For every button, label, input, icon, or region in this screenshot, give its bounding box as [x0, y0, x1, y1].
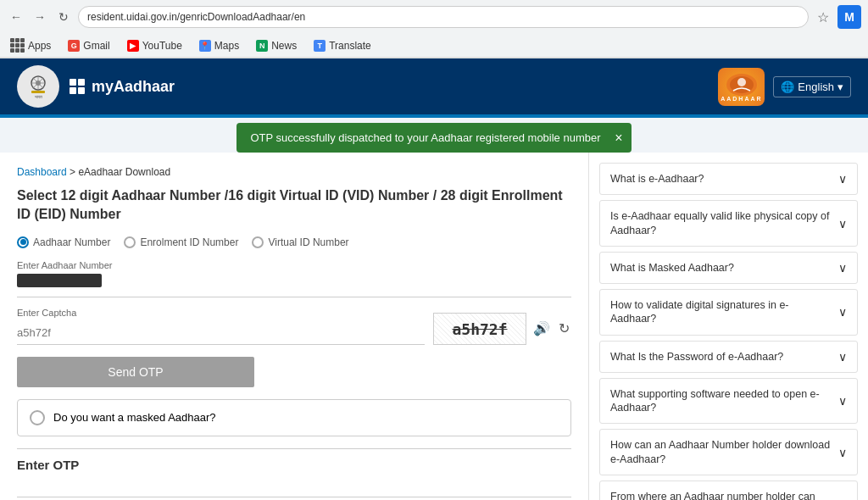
translate-label: Translate	[329, 40, 371, 52]
breadcrumb-separator: >	[70, 166, 78, 178]
faq-question-3: What is Masked Aadhaar?	[610, 261, 838, 275]
refresh-button[interactable]: ↻	[54, 8, 73, 26]
faq-question-5: What Is the Password of e-Aadhaar?	[610, 350, 838, 364]
notification-close-button[interactable]: ×	[615, 131, 622, 146]
faq-item-5[interactable]: What Is the Password of e-Aadhaar? ∨	[599, 341, 858, 373]
gmail-label: Gmail	[83, 40, 109, 52]
aadhaar-redacted-value	[17, 274, 102, 287]
faq-question-8: From where an Aadhaar number holder can …	[610, 490, 838, 500]
youtube-bookmark[interactable]: ▶ YouTube	[124, 38, 186, 53]
breadcrumb-home-link[interactable]: Dashboard	[17, 166, 67, 178]
masked-aadhaar-option[interactable]: Do you want a masked Aadhaar?	[17, 399, 571, 436]
aadhaar-field-label: Enter Aadhaar Number	[17, 260, 571, 270]
emblem-logo: भारत	[17, 65, 59, 108]
translate-favicon: T	[314, 40, 326, 52]
language-selector[interactable]: 🌐 English ▾	[773, 76, 851, 97]
faq-item-1[interactable]: What is e-Aadhaar? ∨	[599, 163, 858, 195]
aadhaar-radio-dot	[20, 239, 26, 245]
news-label: News	[271, 40, 297, 52]
notification-banner: OTP successfully dispatched to your Aadh…	[236, 123, 631, 153]
faq-chevron-3: ∨	[838, 261, 847, 275]
bookmark-button[interactable]: ☆	[814, 8, 832, 26]
translate-bookmark[interactable]: T Translate	[310, 38, 375, 53]
faq-header-7: How can an Aadhaar Number holder downloa…	[600, 430, 857, 475]
masked-aadhaar-label: Do you want a masked Aadhaar?	[53, 411, 216, 424]
logo-grid-icon	[70, 79, 85, 94]
captcha-row: Enter Captcha a5h72f 🔊 ↻	[17, 308, 571, 345]
faq-chevron-6: ∨	[838, 394, 847, 408]
captcha-display: a5h72f	[452, 320, 507, 338]
faq-header-3: What is Masked Aadhaar? ∨	[600, 253, 857, 283]
address-bar[interactable]: resident.uidai.gov.in/genricDownloadAadh…	[78, 6, 809, 28]
faq-chevron-4: ∨	[838, 305, 847, 319]
main-content: Dashboard > eAadhaar Download Select 12 …	[0, 153, 868, 500]
virtual-id-radio[interactable]: Virtual ID Number	[252, 236, 348, 248]
faq-question-7: How can an Aadhaar Number holder downloa…	[610, 438, 838, 466]
faq-list: What is e-Aadhaar? ∨ Is e-Aadhaar equall…	[599, 163, 858, 500]
faq-panel: What is e-Aadhaar? ∨ Is e-Aadhaar equall…	[588, 153, 868, 500]
notification-area: OTP successfully dispatched to your Aadh…	[0, 118, 868, 153]
maps-bookmark[interactable]: 📍 Maps	[196, 38, 242, 53]
faq-item-2[interactable]: Is e-Aadhaar equally valid like physical…	[599, 200, 858, 247]
faq-header-4: How to validate digital signatures in e-…	[600, 290, 857, 335]
aadhaar-svg	[725, 72, 759, 97]
site-name: myAadhaar	[92, 78, 175, 96]
faq-item-3[interactable]: What is Masked Aadhaar? ∨	[599, 252, 858, 284]
captcha-image-group: a5h72f 🔊 ↻	[433, 313, 571, 345]
enrolment-id-radio[interactable]: Enrolment ID Number	[124, 236, 238, 248]
news-bookmark[interactable]: N News	[253, 38, 300, 53]
site-logo: myAadhaar	[70, 78, 175, 96]
maps-label: Maps	[214, 40, 239, 52]
faq-question-4: How to validate digital signatures in e-…	[610, 298, 838, 326]
apps-grid-icon	[10, 38, 25, 53]
svg-text:भारत: भारत	[35, 94, 42, 99]
faq-item-6[interactable]: What supporting software needed to open …	[599, 378, 858, 425]
otp-section-label: Enter OTP	[17, 458, 571, 472]
faq-item-7[interactable]: How can an Aadhaar Number holder downloa…	[599, 429, 858, 475]
captcha-label: Enter Captcha	[17, 308, 425, 318]
send-otp-button[interactable]: Send OTP	[17, 357, 254, 387]
language-label: English	[798, 81, 834, 93]
aadhaar-field-group: Enter Aadhaar Number	[17, 260, 571, 297]
youtube-label: YouTube	[142, 40, 182, 52]
svg-rect-6	[31, 91, 45, 93]
maps-favicon: 📍	[199, 40, 211, 52]
gmail-bookmark[interactable]: G Gmail	[64, 38, 113, 53]
enrolment-radio-indicator	[124, 236, 136, 248]
enrolment-radio-label: Enrolment ID Number	[140, 236, 238, 248]
masked-radio-button	[30, 410, 45, 425]
faq-header-8: From where an Aadhaar number holder can …	[600, 481, 857, 500]
faq-item-8[interactable]: From where an Aadhaar number holder can …	[599, 481, 858, 500]
forward-button[interactable]: →	[31, 8, 49, 26]
apps-bookmark[interactable]: Apps	[7, 36, 54, 54]
bookmarks-bar: Apps G Gmail ▶ YouTube 📍 Maps N News T T…	[0, 34, 868, 58]
virtual-radio-indicator	[252, 236, 264, 248]
faq-header-5: What Is the Password of e-Aadhaar? ∨	[600, 342, 857, 372]
aadhaar-number-radio[interactable]: Aadhaar Number	[17, 236, 110, 248]
youtube-favicon: ▶	[127, 40, 139, 52]
language-icon: 🌐	[781, 81, 794, 93]
aadhaar-radio-indicator	[17, 236, 29, 248]
faq-item-4[interactable]: How to validate digital signatures in e-…	[599, 289, 858, 336]
otp-input[interactable]	[17, 477, 571, 497]
header-left: भारत myAadhaar	[17, 65, 175, 108]
captcha-input[interactable]	[17, 321, 425, 345]
back-button[interactable]: ←	[7, 8, 25, 26]
virtual-radio-label: Virtual ID Number	[268, 236, 348, 248]
id-type-radio-group: Aadhaar Number Enrolment ID Number Virtu…	[17, 236, 571, 248]
faq-chevron-2: ∨	[838, 217, 847, 231]
faq-header-2: Is e-Aadhaar equally valid like physical…	[600, 201, 857, 246]
faq-question-6: What supporting software needed to open …	[610, 387, 838, 415]
emblem-svg: भारत	[23, 71, 53, 102]
otp-section: Enter OTP Resend OTP in: 50 Seconds	[17, 448, 571, 500]
faq-header-1: What is e-Aadhaar? ∨	[600, 164, 857, 194]
captcha-refresh-button[interactable]: ↻	[557, 319, 571, 338]
aadhaar-radio-label: Aadhaar Number	[33, 236, 110, 248]
news-favicon: N	[256, 40, 268, 52]
browser-chrome: ← → ↻ resident.uidai.gov.in/genricDownlo…	[0, 0, 868, 58]
url-text: resident.uidai.gov.in/genricDownloadAadh…	[87, 11, 305, 23]
captcha-text: a5h72f	[452, 320, 507, 338]
faq-chevron-1: ∨	[838, 172, 847, 186]
captcha-speaker-button[interactable]: 🔊	[531, 319, 552, 338]
header-right: AADHAAR 🌐 English ▾	[718, 68, 851, 106]
